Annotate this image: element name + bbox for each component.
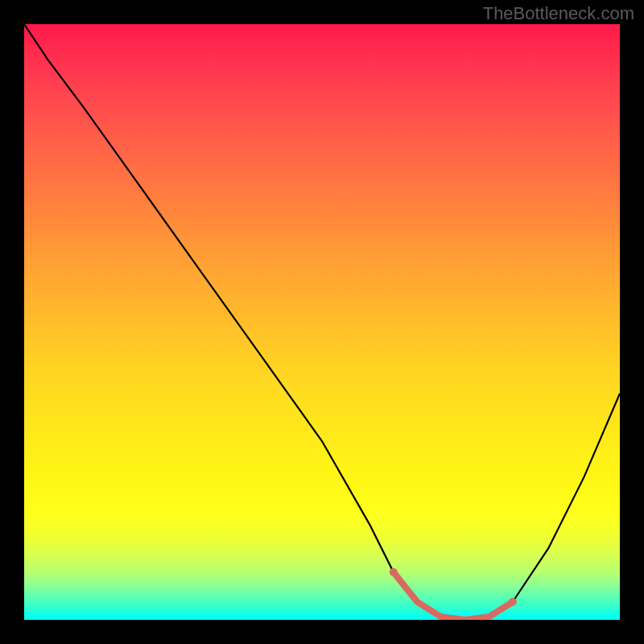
highlight-dot-right	[509, 598, 517, 606]
chart-svg	[24, 24, 620, 620]
highlight-band	[394, 572, 513, 620]
watermark-text: TheBottleneck.com	[483, 3, 634, 24]
plot-area	[24, 24, 620, 620]
highlight-dot-left	[390, 568, 398, 576]
main-curve	[24, 24, 620, 620]
